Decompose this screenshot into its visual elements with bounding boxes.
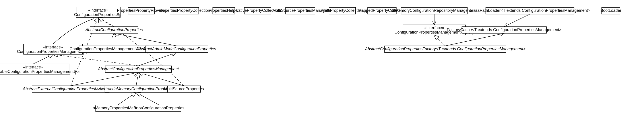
class-AbstractConfigurationProperties: AbstractConfigurationProperties bbox=[85, 27, 143, 33]
class-BootLoader: BootLoader bbox=[600, 8, 621, 14]
svg-text:FactoryCache<T extends Configu: FactoryCache<T extends ConfigurationProp… bbox=[447, 27, 562, 32]
svg-text:PropertiesPropertyCollection: PropertiesPropertyCollection bbox=[158, 8, 210, 13]
class-PropertiesPropertyCollection: PropertiesPropertyCollection bbox=[158, 8, 210, 14]
class-ConfigurationPropertiesSpi: «interface»ConfigurationPropertiesSpi bbox=[74, 7, 122, 18]
svg-text:«interface»: «interface» bbox=[43, 45, 63, 49]
class-AbstractInMemoryConfigurationProperties: AbstractInMemoryConfigurationProperties bbox=[98, 86, 174, 92]
svg-text:AbstractConfigurationPropertie: AbstractConfigurationProperties bbox=[85, 27, 143, 32]
svg-text:ClassPathLoader<T extends Conf: ClassPathLoader<T extends ConfigurationP… bbox=[470, 8, 590, 13]
svg-text:MultiPropertyCollection: MultiPropertyCollection bbox=[321, 8, 363, 13]
edge-AbstractConfigurationPropertiesManagement-AbstractAdminModeConfigurationProperties bbox=[138, 52, 177, 66]
svg-text:BootLoader: BootLoader bbox=[600, 8, 621, 13]
class-PropertiesPropertyProvider: PropertiesPropertyProvider bbox=[117, 8, 166, 14]
edge-SerializableConfigurationPropertiesManagementSpi-ConfigurationPropertiesManagementSpi bbox=[33, 54, 53, 64]
class-PropertiesHelper: PropertiesHelper bbox=[208, 8, 239, 14]
edge-BootConfigurationProperties-AbstractInMemoryConfigurationProperties bbox=[136, 92, 159, 105]
svg-text:«interface»: «interface» bbox=[424, 25, 444, 30]
edge-InMemoryPropertiesManager-AbstractInMemoryConfigurationProperties bbox=[118, 92, 136, 105]
svg-text:AbstractInMemoryConfigurationP: AbstractInMemoryConfigurationProperties bbox=[98, 86, 174, 91]
edge-ClassPathLoader-FactoryCache bbox=[504, 14, 530, 26]
edge-AbstractExternalConfigurationPropertiesManagement-AbstractConfigurationPropertiesManagement bbox=[71, 73, 138, 86]
class-ClassPathLoader: ClassPathLoader<T extends ConfigurationP… bbox=[470, 8, 590, 14]
svg-text:PropertiesHelper: PropertiesHelper bbox=[208, 8, 239, 13]
svg-text:SerializableConfigurationPrope: SerializableConfigurationPropertiesManag… bbox=[0, 69, 80, 74]
svg-text:ConfigurationPropertiesSpi: ConfigurationPropertiesSpi bbox=[74, 12, 122, 17]
svg-text:MultiSourcePropertiesManager: MultiSourcePropertiesManager bbox=[272, 8, 328, 13]
edge-AbstractConfigurationPropertiesFactory-ConfigurationPropertiesManagementFactory bbox=[434, 35, 445, 46]
svg-text:«interface»: «interface» bbox=[88, 8, 108, 13]
class-MultiSourceProperties: MultiSourceProperties bbox=[164, 86, 204, 92]
svg-text:AbstractConfigurationPropertie: AbstractConfigurationPropertiesFactory<T… bbox=[365, 46, 526, 51]
edge-AbstractAdminModeConfigurationProperties-AbstractConfigurationProperties bbox=[114, 33, 176, 46]
svg-text:AbstractConfigurationPropertie: AbstractConfigurationPropertiesManagemen… bbox=[98, 67, 179, 71]
class-AbstractConfigurationPropertiesFactory: AbstractConfigurationPropertiesFactory<T… bbox=[365, 46, 526, 52]
svg-text:BootConfigurationProperties: BootConfigurationProperties bbox=[134, 105, 184, 110]
class-InMemoryConfigurationRepositoryManagement: InMemoryConfigurationRepositoryManagemen… bbox=[392, 8, 477, 14]
svg-text:PropertiesPropertyProvider: PropertiesPropertyProvider bbox=[117, 8, 166, 13]
svg-text:AbstractAdminModeConfiguration: AbstractAdminModeConfigurationProperties bbox=[137, 46, 216, 51]
svg-text:InMemoryConfigurationRepositor: InMemoryConfigurationRepositoryManagemen… bbox=[392, 8, 477, 13]
class-AbstractAdminModeConfigurationProperties: AbstractAdminModeConfigurationProperties bbox=[137, 46, 216, 52]
class-AbstractConfigurationPropertiesManagement: AbstractConfigurationPropertiesManagemen… bbox=[98, 66, 179, 73]
class-SerializableConfigurationPropertiesManagementSpi: «interface»SerializableConfigurationProp… bbox=[0, 64, 80, 75]
uml-diagram: «interface»ConfigurationPropertiesSpiPro… bbox=[0, 0, 644, 122]
edge-AbstractInMemoryConfigurationProperties-AbstractConfigurationPropertiesManagement bbox=[136, 73, 138, 86]
class-MultiSourcePropertiesManager: MultiSourcePropertiesManager bbox=[272, 8, 328, 14]
svg-text:«interface»: «interface» bbox=[23, 65, 43, 69]
class-FactoryCache: FactoryCache<T extends ConfigurationProp… bbox=[447, 27, 562, 33]
class-BootConfigurationProperties: BootConfigurationProperties bbox=[134, 105, 184, 111]
svg-text:MultiSourceProperties: MultiSourceProperties bbox=[164, 86, 204, 91]
class-MultiPropertyCollection: MultiPropertyCollection bbox=[321, 8, 363, 14]
